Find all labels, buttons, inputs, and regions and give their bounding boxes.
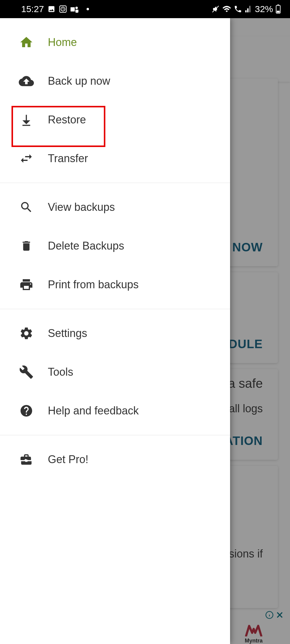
svg-rect-14 (22, 125, 30, 126)
nav-tools-label: Tools (48, 366, 73, 378)
svg-point-3 (75, 7, 78, 9)
wrench-icon (19, 364, 34, 380)
dot-icon (86, 8, 89, 11)
battery-icon (275, 5, 281, 14)
navigation-drawer: Home Back up now Restore Transfer Vie (0, 18, 230, 644)
print-icon (19, 277, 34, 292)
nav-backup-now-label: Back up now (48, 75, 110, 87)
gear-icon (19, 326, 34, 341)
nav-print-backups[interactable]: Print from backups (0, 265, 230, 304)
drawer-section-4: Get Pro! (0, 435, 230, 484)
status-right: 32% (211, 4, 281, 14)
battery-percent: 32% (255, 4, 273, 14)
swap-icon (19, 151, 34, 166)
svg-rect-2 (71, 7, 75, 11)
clock-icon (59, 5, 67, 13)
nav-settings-label: Settings (48, 327, 87, 340)
nav-view-backups-label: View backups (48, 201, 115, 214)
nav-transfer-label: Transfer (48, 152, 88, 165)
nav-backup-now[interactable]: Back up now (0, 62, 230, 100)
drawer-section-3: Settings Tools Help and feedback (0, 309, 230, 435)
nav-help-feedback[interactable]: Help and feedback (0, 391, 230, 430)
nav-settings[interactable]: Settings (0, 314, 230, 353)
vibrate-icon (211, 5, 220, 13)
nav-print-backups-label: Print from backups (48, 278, 139, 291)
nav-home-label: Home (48, 36, 77, 49)
gallery-icon (48, 5, 55, 13)
search-icon (19, 200, 34, 215)
nav-help-label: Help and feedback (48, 404, 139, 417)
nav-restore-label: Restore (48, 113, 86, 126)
nav-delete-backups[interactable]: Delete Backups (0, 227, 230, 265)
svg-rect-7 (277, 5, 279, 5)
download-icon (19, 112, 34, 127)
drawer-section-1: Home Back up now Restore Transfer (0, 18, 230, 183)
nav-restore[interactable]: Restore (0, 100, 230, 139)
teams-icon (71, 5, 79, 13)
drawer-section-2: View backups Delete Backups Print from b… (0, 183, 230, 309)
wifi-icon (222, 5, 231, 13)
svg-rect-8 (277, 11, 280, 12)
svg-point-4 (87, 8, 89, 10)
cloud-upload-icon (19, 74, 34, 89)
nav-transfer[interactable]: Transfer (0, 139, 230, 178)
nav-view-backups[interactable]: View backups (0, 188, 230, 227)
nav-delete-backups-label: Delete Backups (48, 240, 124, 252)
briefcase-icon (19, 452, 34, 467)
call-wifi-icon (234, 5, 242, 13)
status-left: 15:27 (21, 4, 89, 14)
nav-tools[interactable]: Tools (0, 353, 230, 391)
home-icon (19, 35, 34, 50)
help-icon (19, 403, 34, 418)
status-time: 15:27 (21, 4, 44, 14)
trash-icon (19, 238, 34, 253)
nav-get-pro[interactable]: Get Pro! (0, 440, 230, 479)
nav-home[interactable]: Home (0, 23, 230, 62)
nav-get-pro-label: Get Pro! (48, 453, 88, 466)
signal-icon (245, 5, 252, 13)
status-bar: 15:27 32% (0, 0, 290, 18)
